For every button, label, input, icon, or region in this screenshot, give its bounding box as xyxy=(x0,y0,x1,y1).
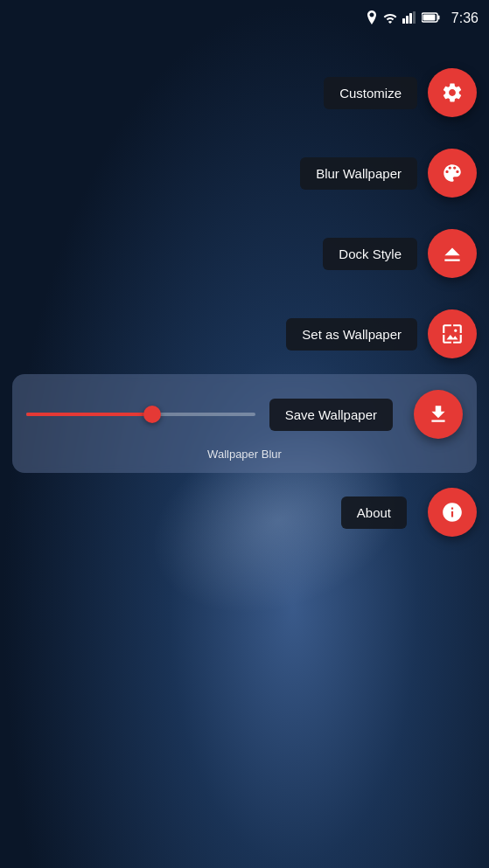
save-wallpaper-label[interactable]: Save Wallpaper xyxy=(269,399,393,431)
save-wallpaper-button[interactable] xyxy=(414,390,463,439)
dock-style-row: Dock Style xyxy=(286,229,477,278)
location-icon xyxy=(366,10,378,27)
set-wallpaper-label[interactable]: Set as Wallpaper xyxy=(286,318,417,351)
status-icons: 7:36 xyxy=(366,10,479,27)
svg-rect-3 xyxy=(413,11,416,24)
dock-style-label[interactable]: Dock Style xyxy=(323,238,417,270)
blur-wallpaper-button[interactable] xyxy=(428,149,477,198)
wallpaper-icon xyxy=(441,323,464,345)
wifi-icon xyxy=(383,11,397,26)
signal-icon xyxy=(402,11,416,26)
palette-icon xyxy=(441,162,464,184)
battery-icon xyxy=(422,11,441,25)
set-wallpaper-button[interactable] xyxy=(428,309,477,358)
info-icon xyxy=(441,501,464,524)
blur-panel: Save Wallpaper Wallpaper Blur xyxy=(12,374,477,473)
customize-button[interactable] xyxy=(428,68,477,117)
save-row: Save Wallpaper xyxy=(26,390,463,439)
status-time: 7:36 xyxy=(451,10,479,26)
svg-rect-0 xyxy=(402,18,405,24)
svg-rect-5 xyxy=(437,16,439,20)
set-wallpaper-row: Set as Wallpaper xyxy=(286,309,477,358)
blur-slider-thumb[interactable] xyxy=(143,406,161,423)
svg-rect-1 xyxy=(406,16,409,24)
svg-rect-2 xyxy=(409,13,412,24)
customize-row: Customize xyxy=(286,68,477,117)
customize-label[interactable]: Customize xyxy=(324,77,417,109)
blur-slider-fill xyxy=(26,413,152,416)
about-label[interactable]: About xyxy=(341,496,407,529)
dock-icon xyxy=(441,242,464,265)
wallpaper-blur-label: Wallpaper Blur xyxy=(26,448,463,461)
customize-icon xyxy=(441,81,464,104)
blur-wallpaper-label[interactable]: Blur Wallpaper xyxy=(300,157,417,190)
download-icon xyxy=(427,403,450,426)
menu-rows: Customize Blur Wallpaper Dock Style Set … xyxy=(286,68,477,358)
blur-slider-track[interactable] xyxy=(26,413,255,416)
dock-style-button[interactable] xyxy=(428,229,477,278)
svg-rect-6 xyxy=(423,15,435,21)
status-bar: 7:36 xyxy=(0,0,489,37)
about-row: About xyxy=(341,488,477,537)
about-button[interactable] xyxy=(428,488,477,537)
blur-wallpaper-row: Blur Wallpaper xyxy=(286,149,477,198)
